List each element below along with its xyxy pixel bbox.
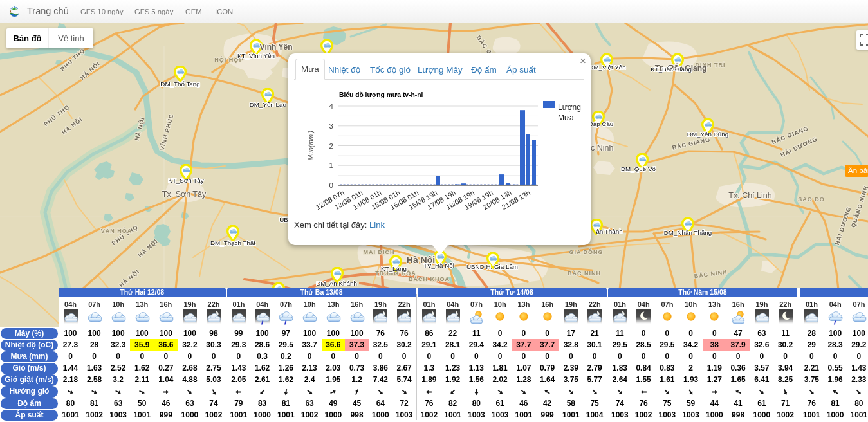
svg-text:MAI DỊCH: MAI DỊCH (364, 249, 395, 255)
svg-text:Biểu đồ lượng mưa tv-h-ni: Biểu đồ lượng mưa tv-h-ni (339, 91, 423, 99)
svg-text:VĂN HÒA: VĂN HÒA (101, 227, 133, 234)
svg-text:Đáp Cầu: Đáp Cầu (589, 120, 614, 127)
svg-text:KT_Sơn Tây: KT_Sơn Tây (168, 177, 203, 184)
svg-text:Mưa(mm ): Mưa(mm ) (308, 131, 315, 160)
svg-text:KT_Bắc Giang: KT_Bắc Giang (651, 66, 692, 73)
svg-text:BẮC NINH: BẮC NINH (694, 268, 728, 279)
svg-text:BÁCH KHOA: BÁCH KHOA (409, 276, 450, 282)
svg-text:DM_Nhân Thắng: DM_Nhân Thắng (664, 229, 712, 236)
svg-text:2: 2 (329, 142, 333, 150)
svg-text:VĨNH PHÚC: VĨNH PHÚC (158, 113, 175, 151)
svg-text:Mưa: Mưa (558, 113, 574, 122)
svg-text:3: 3 (329, 122, 333, 130)
svg-text:KT_Láng: KT_Láng (381, 265, 407, 272)
svg-text:BẮC NINH: BẮC NINH (568, 270, 601, 277)
svg-text:HẢI DƯƠNG: HẢI DƯƠNG (833, 206, 853, 246)
svg-text:DM_Thổ Tang: DM_Thổ Tang (160, 80, 199, 87)
svg-text:DM_Thạch Thất: DM_Thạch Thất (210, 239, 255, 246)
svg-text:1: 1 (329, 161, 333, 169)
svg-text:KT_Vĩnh Yên: KT_Vĩnh Yên (237, 52, 275, 59)
svg-text:PHÚ THỌ: PHÚ THỌ (110, 223, 139, 246)
svg-text:UBND H. Gia Lâm: UBND H. Gia Lâm (466, 263, 518, 270)
svg-text:GIA ĐÔNG: GIA ĐÔNG (569, 248, 603, 255)
svg-text:DM_Yên Dũng: DM_Yên Dũng (687, 131, 728, 138)
svg-text:4: 4 (329, 102, 334, 110)
svg-text:DM_Việt Yên: DM_Việt Yên (589, 64, 625, 71)
svg-text:DM_Yên Lạc: DM_Yên Lạc (250, 101, 286, 108)
svg-text:0: 0 (329, 181, 333, 189)
svg-text:ận Thành: ận Thành (596, 228, 622, 235)
svg-text:BẮC GIANG: BẮC GIANG (672, 136, 711, 151)
svg-text:SAO ĐỎ: SAO ĐỎ (798, 196, 825, 203)
svg-text:Vĩnh Yên: Vĩnh Yên (259, 42, 292, 51)
svg-text:HÀ NỘI: HÀ NỘI (136, 237, 159, 259)
svg-text:DM_Quế Võ: DM_Quế Võ (621, 165, 656, 172)
svg-text:TV_Hà Nội: TV_Hà Nội (423, 262, 454, 269)
svg-text:Tx. Sơn Tây: Tx. Sơn Tây (162, 190, 207, 199)
svg-text:Lượng: Lượng (558, 103, 581, 112)
svg-text:Tx. Chí Linh: Tx. Chí Linh (728, 191, 771, 200)
svg-text:PHÚ THỌ: PHÚ THỌ (42, 103, 71, 127)
